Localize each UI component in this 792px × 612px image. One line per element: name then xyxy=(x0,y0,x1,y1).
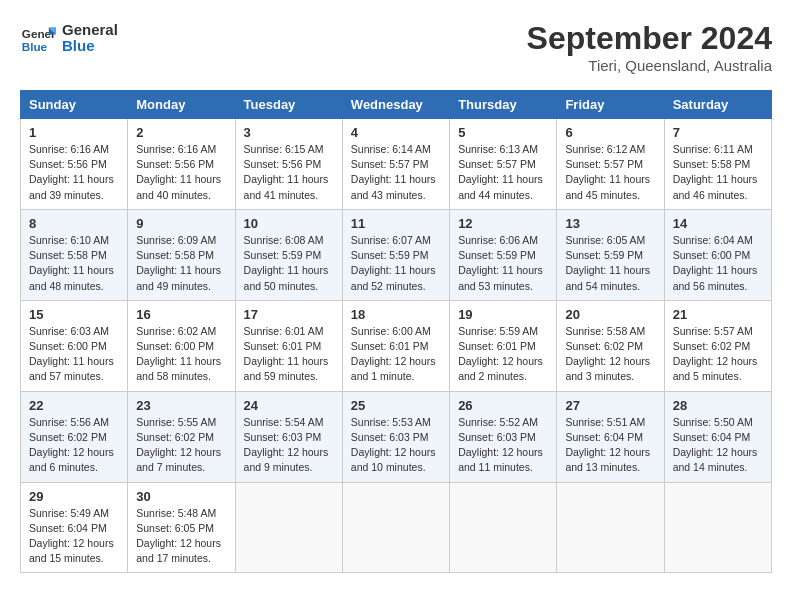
calendar-cell: 29Sunrise: 5:49 AMSunset: 6:04 PMDayligh… xyxy=(21,482,128,573)
week-row-4: 22Sunrise: 5:56 AMSunset: 6:02 PMDayligh… xyxy=(21,391,772,482)
calendar-cell: 7Sunrise: 6:11 AMSunset: 5:58 PMDaylight… xyxy=(664,119,771,210)
week-row-2: 8Sunrise: 6:10 AMSunset: 5:58 PMDaylight… xyxy=(21,209,772,300)
header-saturday: Saturday xyxy=(664,91,771,119)
logo-name: General Blue xyxy=(62,22,118,55)
calendar-cell: 18Sunrise: 6:00 AMSunset: 6:01 PMDayligh… xyxy=(342,300,449,391)
calendar-cell: 14Sunrise: 6:04 AMSunset: 6:00 PMDayligh… xyxy=(664,209,771,300)
header-thursday: Thursday xyxy=(450,91,557,119)
calendar-cell: 24Sunrise: 5:54 AMSunset: 6:03 PMDayligh… xyxy=(235,391,342,482)
calendar-cell: 8Sunrise: 6:10 AMSunset: 5:58 PMDaylight… xyxy=(21,209,128,300)
logo: General Blue General Blue xyxy=(20,20,118,56)
calendar-cell: 10Sunrise: 6:08 AMSunset: 5:59 PMDayligh… xyxy=(235,209,342,300)
calendar-cell: 1Sunrise: 6:16 AMSunset: 5:56 PMDaylight… xyxy=(21,119,128,210)
calendar-cell: 12Sunrise: 6:06 AMSunset: 5:59 PMDayligh… xyxy=(450,209,557,300)
calendar-cell: 26Sunrise: 5:52 AMSunset: 6:03 PMDayligh… xyxy=(450,391,557,482)
calendar-cell: 11Sunrise: 6:07 AMSunset: 5:59 PMDayligh… xyxy=(342,209,449,300)
location-subtitle: Tieri, Queensland, Australia xyxy=(527,57,772,74)
calendar-cell: 2Sunrise: 6:16 AMSunset: 5:56 PMDaylight… xyxy=(128,119,235,210)
calendar-table: Sunday Monday Tuesday Wednesday Thursday… xyxy=(20,90,772,573)
week-row-1: 1Sunrise: 6:16 AMSunset: 5:56 PMDaylight… xyxy=(21,119,772,210)
calendar-cell: 4Sunrise: 6:14 AMSunset: 5:57 PMDaylight… xyxy=(342,119,449,210)
calendar-cell: 25Sunrise: 5:53 AMSunset: 6:03 PMDayligh… xyxy=(342,391,449,482)
week-row-5: 29Sunrise: 5:49 AMSunset: 6:04 PMDayligh… xyxy=(21,482,772,573)
logo-icon: General Blue xyxy=(20,20,56,56)
calendar-cell: 21Sunrise: 5:57 AMSunset: 6:02 PMDayligh… xyxy=(664,300,771,391)
header-monday: Monday xyxy=(128,91,235,119)
calendar-cell: 5Sunrise: 6:13 AMSunset: 5:57 PMDaylight… xyxy=(450,119,557,210)
calendar-cell: 15Sunrise: 6:03 AMSunset: 6:00 PMDayligh… xyxy=(21,300,128,391)
svg-text:Blue: Blue xyxy=(22,40,48,53)
calendar-cell xyxy=(342,482,449,573)
calendar-cell: 17Sunrise: 6:01 AMSunset: 6:01 PMDayligh… xyxy=(235,300,342,391)
calendar-header-row: Sunday Monday Tuesday Wednesday Thursday… xyxy=(21,91,772,119)
calendar-cell xyxy=(557,482,664,573)
page-header: General Blue General Blue September 2024… xyxy=(20,20,772,74)
header-sunday: Sunday xyxy=(21,91,128,119)
month-title: September 2024 xyxy=(527,20,772,57)
calendar-cell: 20Sunrise: 5:58 AMSunset: 6:02 PMDayligh… xyxy=(557,300,664,391)
calendar-cell: 23Sunrise: 5:55 AMSunset: 6:02 PMDayligh… xyxy=(128,391,235,482)
header-tuesday: Tuesday xyxy=(235,91,342,119)
calendar-cell: 28Sunrise: 5:50 AMSunset: 6:04 PMDayligh… xyxy=(664,391,771,482)
calendar-cell xyxy=(235,482,342,573)
header-wednesday: Wednesday xyxy=(342,91,449,119)
calendar-cell: 30Sunrise: 5:48 AMSunset: 6:05 PMDayligh… xyxy=(128,482,235,573)
calendar-cell xyxy=(664,482,771,573)
calendar-cell: 6Sunrise: 6:12 AMSunset: 5:57 PMDaylight… xyxy=(557,119,664,210)
calendar-cell: 22Sunrise: 5:56 AMSunset: 6:02 PMDayligh… xyxy=(21,391,128,482)
header-friday: Friday xyxy=(557,91,664,119)
calendar-cell: 13Sunrise: 6:05 AMSunset: 5:59 PMDayligh… xyxy=(557,209,664,300)
title-block: September 2024 Tieri, Queensland, Austra… xyxy=(527,20,772,74)
calendar-cell: 27Sunrise: 5:51 AMSunset: 6:04 PMDayligh… xyxy=(557,391,664,482)
calendar-cell xyxy=(450,482,557,573)
calendar-cell: 16Sunrise: 6:02 AMSunset: 6:00 PMDayligh… xyxy=(128,300,235,391)
calendar-cell: 9Sunrise: 6:09 AMSunset: 5:58 PMDaylight… xyxy=(128,209,235,300)
calendar-cell: 3Sunrise: 6:15 AMSunset: 5:56 PMDaylight… xyxy=(235,119,342,210)
calendar-cell: 19Sunrise: 5:59 AMSunset: 6:01 PMDayligh… xyxy=(450,300,557,391)
week-row-3: 15Sunrise: 6:03 AMSunset: 6:00 PMDayligh… xyxy=(21,300,772,391)
